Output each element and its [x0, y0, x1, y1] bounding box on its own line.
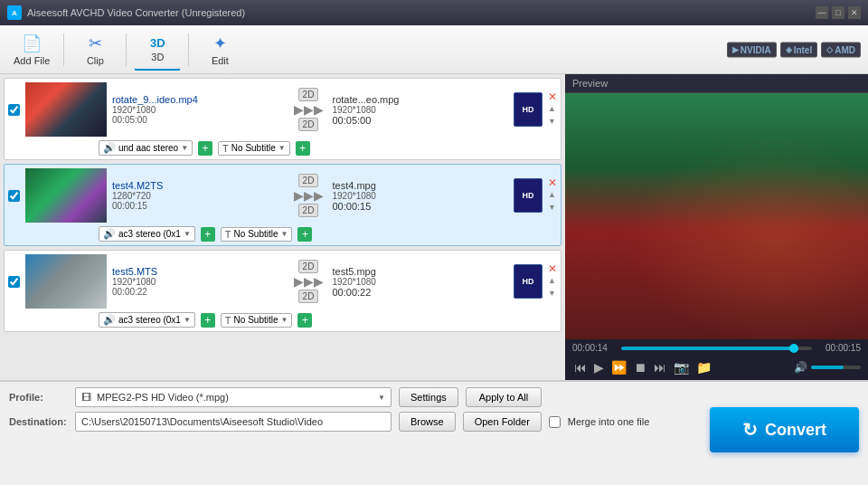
3d-button[interactable]: 3D 3D: [134, 29, 181, 71]
edit-label: Edit: [212, 55, 229, 66]
time-total: 00:00:15: [817, 343, 861, 353]
apply-all-button[interactable]: Apply to All: [466, 387, 542, 407]
file-checkbox-1[interactable]: [8, 104, 20, 116]
clip-label: Clip: [87, 55, 104, 66]
play-button[interactable]: ▶: [592, 358, 606, 376]
minimize-button[interactable]: —: [816, 6, 828, 19]
subtitle-select-1[interactable]: T No Subtitle ▼: [218, 141, 290, 156]
audio-arrow-3: ▼: [184, 316, 191, 324]
audio-arrow-1: ▼: [181, 144, 188, 152]
add-subtitle-2[interactable]: +: [297, 227, 312, 242]
preview-panel: Preview 00:00:14 00:00:15 ⏮ ▶ ⏩ ⏹ ⏭ 📷 �: [565, 74, 868, 380]
skip-end-button[interactable]: ⏭: [652, 358, 668, 376]
add-audio-3[interactable]: +: [201, 313, 215, 328]
file-input-dim-2: 1280*720: [112, 191, 285, 201]
subtitle-arrow-2: ▼: [281, 230, 288, 238]
clip-button[interactable]: ✂ Clip: [71, 29, 118, 71]
edit-button[interactable]: ✦ Edit: [196, 29, 243, 71]
subtitle-select-3[interactable]: T No Subtitle ▼: [221, 313, 293, 328]
preview-controls: 00:00:14 00:00:15 ⏮ ▶ ⏩ ⏹ ⏭ 📷 📁 🔊: [565, 339, 868, 380]
volume-area: 🔊: [794, 361, 861, 374]
profile-label: Profile:: [9, 392, 68, 403]
add-audio-1[interactable]: +: [198, 141, 212, 156]
preview-header: Preview: [565, 74, 868, 93]
add-file-label: Add File: [14, 55, 50, 66]
file-output-dim-3: 1920*1080: [333, 277, 505, 287]
file-output-name-1: rotate...eo.mpg: [333, 94, 505, 105]
3d-label: 3D: [151, 52, 164, 62]
profile-select[interactable]: 🎞 MPEG2-PS HD Video (*.mpg) ▼: [75, 387, 392, 407]
destination-input[interactable]: [75, 412, 392, 432]
volume-fill: [811, 366, 844, 369]
toolbar-separator-1: [63, 33, 64, 66]
add-subtitle-3[interactable]: +: [297, 313, 312, 328]
file-output-info-3: test5.mpg 1920*1080 00:00:22: [333, 266, 505, 298]
file-input-info-1: rotate_9...ideo.mp4 1920*1080 00:05:00: [112, 94, 285, 125]
file-thumbnail-1: [25, 82, 107, 137]
convert-button[interactable]: ↻ Convert: [710, 407, 859, 452]
progress-track[interactable]: [621, 347, 812, 350]
file-thumbnail-3: [25, 254, 107, 309]
table-row: test4.M2TS 1280*720 00:00:15 2D ▶▶▶ 2D t…: [4, 164, 561, 246]
row-up-2[interactable]: ▲: [548, 190, 557, 201]
fast-forward-button[interactable]: ⏩: [609, 358, 628, 376]
file-input-name-1: rotate_9...ideo.mp4: [112, 94, 285, 105]
file-checkbox-3[interactable]: [8, 276, 20, 288]
restore-button[interactable]: □: [832, 6, 844, 19]
volume-icon: 🔊: [794, 361, 807, 374]
row-up-1[interactable]: ▲: [548, 104, 557, 115]
file-output-dur-2: 00:00:15: [333, 201, 505, 212]
add-file-icon: 📄: [22, 33, 42, 53]
row-down-1[interactable]: ▼: [548, 117, 557, 128]
amd-icon: ◇: [826, 45, 833, 54]
nvidia-badge: ▶ NVIDIA: [727, 42, 777, 57]
skip-start-button[interactable]: ⏮: [572, 358, 589, 376]
nvidia-icon: ▶: [732, 45, 739, 54]
row-close-1[interactable]: ✕: [548, 91, 557, 102]
audio-select-2[interactable]: 🔊 ac3 stereo (0x1 ▼: [99, 226, 195, 242]
row-up-3[interactable]: ▲: [548, 276, 557, 287]
file-input-dur-2: 00:00:15: [112, 201, 285, 211]
merge-checkbox[interactable]: [549, 416, 561, 428]
file-output-dim-2: 1920*1080: [333, 191, 505, 201]
open-folder-button[interactable]: Open Folder: [463, 412, 542, 432]
clip-icon: ✂: [89, 33, 102, 53]
row-controls-3: ✕ ▲ ▼: [548, 263, 557, 299]
progress-thumb: [789, 344, 798, 353]
audio-select-3[interactable]: 🔊 ac3 stereo (0x1 ▼: [99, 312, 195, 328]
profile-row: Profile: 🎞 MPEG2-PS HD Video (*.mpg) ▼ S…: [9, 387, 859, 407]
preview-video: [565, 93, 868, 339]
folder-button[interactable]: 📁: [694, 358, 713, 376]
titlebar: A Aiseesoft AVCHD Video Converter (Unreg…: [0, 0, 868, 25]
screenshot-button[interactable]: 📷: [672, 358, 691, 376]
2d-left-badge-3: 2D: [298, 260, 319, 273]
row-down-2[interactable]: ▼: [548, 203, 557, 214]
stop-button[interactable]: ⏹: [632, 358, 648, 376]
audio-icon-1: 🔊: [103, 142, 116, 154]
file-input-info-2: test4.M2TS 1280*720 00:00:15: [112, 180, 285, 211]
row-close-3[interactable]: ✕: [548, 263, 557, 274]
3d-icon: 3D: [150, 36, 165, 50]
close-button[interactable]: ✕: [848, 6, 861, 19]
file-output-info-1: rotate...eo.mpg 1920*1080 00:05:00: [333, 94, 505, 126]
profile-value: MPEG2-PS HD Video (*.mpg): [97, 392, 373, 403]
2d-right-badge-2: 2D: [298, 204, 319, 217]
file-input-dur-1: 00:05:00: [112, 115, 285, 125]
settings-button[interactable]: Settings: [399, 387, 458, 407]
file-input-info-3: test5.MTS 1920*1080 00:00:22: [112, 266, 285, 297]
file-checkbox-2[interactable]: [8, 190, 20, 202]
volume-track[interactable]: [811, 366, 861, 369]
audio-select-1[interactable]: 🔊 und aac stereo ▼: [99, 140, 193, 156]
subtitle-select-2[interactable]: T No Subtitle ▼: [221, 227, 293, 242]
add-audio-2[interactable]: +: [201, 227, 215, 242]
table-row: rotate_9...ideo.mp4 1920*1080 00:05:00 2…: [4, 78, 561, 160]
add-file-button[interactable]: 📄 Add File: [7, 29, 56, 71]
convert-arrows-2: 2D ▶▶▶ 2D: [290, 174, 327, 217]
audio-arrow-2: ▼: [184, 230, 191, 238]
row-down-3[interactable]: ▼: [548, 289, 557, 300]
add-subtitle-1[interactable]: +: [296, 141, 310, 156]
row-close-2[interactable]: ✕: [548, 177, 557, 188]
hw-badges: ▶ NVIDIA ◈ Intel ◇ AMD: [727, 42, 861, 57]
file-input-dur-3: 00:00:22: [112, 287, 285, 297]
browse-button[interactable]: Browse: [399, 412, 456, 432]
